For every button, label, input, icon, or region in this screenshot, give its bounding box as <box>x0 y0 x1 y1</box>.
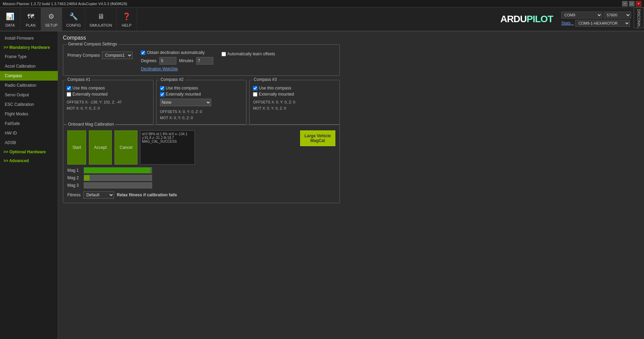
cal-log: id:0 98% id:1 8% id:0 x:-134.1 y:91.8 z:… <box>140 130 195 165</box>
accept-button[interactable]: Accept <box>89 130 112 165</box>
auto-learn-label: Automatically learn offsets <box>227 52 275 56</box>
sidebar-mandatory-header: >> Mandatory Hardware <box>0 43 58 52</box>
compass1-external-checkbox[interactable] <box>67 92 71 97</box>
com-port-select[interactable]: COM9 <box>561 12 602 18</box>
logo-pilot: PILOT <box>527 14 553 24</box>
connection-select[interactable]: COM9-1-HEXAROTOR <box>575 20 630 27</box>
toolbar-plan[interactable]: 🗺 PLAN <box>21 8 41 31</box>
mag1-label: Mag 1 <box>67 168 81 173</box>
start-button[interactable]: Start <box>67 130 86 165</box>
toolbar-help[interactable]: ❓ HELP <box>117 8 137 31</box>
mag3-label: Mag 3 <box>67 183 81 188</box>
general-compass-group: General Compass Settings Primary Compass… <box>63 44 340 76</box>
setup-icon: ⚙ <box>46 11 57 22</box>
mag1-bar-container <box>84 167 152 173</box>
sidebar-item-adsb[interactable]: ADSB <box>0 138 58 147</box>
auto-learn-checkbox[interactable] <box>222 52 226 56</box>
large-vehicle-magcal-button[interactable]: Large Vehicle MagCal <box>300 130 335 146</box>
toolbar: 📊 DATA 🗺 PLAN ⚙ SETUP 🔧 CONFIG 🖥 SIMULAT… <box>0 8 644 31</box>
compass3-use-checkbox[interactable] <box>253 86 257 90</box>
content-area: Compass General Compass Settings Primary… <box>58 31 644 339</box>
mag-cal-title: Onboard Mag Calibration <box>67 122 115 127</box>
data-label: DATA <box>5 23 15 27</box>
mag3-bar-container <box>84 182 152 188</box>
sidebar-item-flight-modes[interactable]: Flight Modes <box>0 109 58 119</box>
mag-cal-group: Onboard Mag Calibration Start Accept Can… <box>63 125 340 203</box>
compass1-panel: Compass #1 Use this compass Externally m… <box>63 80 153 125</box>
config-label: CONFIG <box>66 23 81 27</box>
primary-compass-select[interactable]: Compass1 <box>102 52 133 59</box>
sidebar-item-failsafe[interactable]: FailSafe <box>0 119 58 128</box>
config-icon: 🔧 <box>68 11 79 22</box>
stats-link[interactable]: Stats... <box>561 21 574 26</box>
compass3-offsets: OFFSETS X: 0, Y: 0, Z: 0 MOT X: 0, Y: 0,… <box>253 99 336 111</box>
declination-website-link[interactable]: Declination WebSite <box>141 67 213 71</box>
compass2-title: Compass #2 <box>159 77 185 82</box>
obtain-declination-checkbox-label[interactable]: Obtain declination automatically <box>141 50 213 55</box>
relax-text: Relax fitness if calibration fails <box>117 193 177 197</box>
compass3-external-label: Externally mounted <box>259 92 294 97</box>
fitness-select[interactable]: Default <box>83 191 114 199</box>
compass2-use-checkbox[interactable] <box>160 86 164 90</box>
cal-buttons-row: Start Accept Cancel id:0 98% id:1 8% id:… <box>67 130 282 165</box>
sidebar-install-firmware[interactable]: Install Firmware <box>0 33 58 43</box>
compass2-external-checkbox-label[interactable]: Externally mounted <box>160 92 243 97</box>
mag3-bar-row: Mag 3 <box>67 182 282 188</box>
compass3-external-checkbox-label[interactable]: Externally mounted <box>253 92 336 97</box>
primary-compass-label: Primary Compass <box>67 53 100 58</box>
plan-label: PLAN <box>26 23 36 27</box>
compass2-use-label: Use this compass <box>166 86 198 90</box>
toolbar-config[interactable]: 🔧 CONFIG <box>62 8 85 31</box>
plan-icon: 🗺 <box>25 11 36 22</box>
mag1-bar-row: Mag 1 <box>67 167 282 173</box>
compass1-external-label: Externally mounted <box>72 92 108 97</box>
compass2-offsets: OFFSETS X: 0, Y: 0, Z: 0 MOT X: 0, Y: 0,… <box>160 109 243 121</box>
compass1-use-checkbox-label[interactable]: Use this compass <box>67 86 150 90</box>
disconnect-button[interactable]: DISCONN... <box>634 8 644 28</box>
mag2-bar-fill <box>84 175 90 181</box>
compass2-type-select[interactable]: None <box>160 99 211 106</box>
large-vehicle-label: Large Vehicle MagCal <box>305 133 331 143</box>
sidebar-item-compass[interactable]: Compass <box>0 71 58 81</box>
compass2-use-checkbox-label[interactable]: Use this compass <box>160 86 243 90</box>
compass2-external-checkbox[interactable] <box>160 92 164 97</box>
title-bar-controls: ─ □ ✕ <box>622 1 641 6</box>
compass3-external-checkbox[interactable] <box>253 92 257 97</box>
maximize-button[interactable]: □ <box>629 1 634 6</box>
help-icon: ❓ <box>121 11 132 22</box>
sidebar-item-radio-calibration[interactable]: Radio Calibration <box>0 81 58 90</box>
compass1-title: Compass #1 <box>66 77 92 82</box>
mag2-bar-container <box>84 175 152 181</box>
compass3-title: Compass #3 <box>252 77 278 82</box>
baud-rate-select[interactable]: 57600 <box>604 12 631 18</box>
auto-learn-checkbox-label[interactable]: Automatically learn offsets <box>222 52 275 56</box>
cancel-button[interactable]: Cancel <box>115 130 137 165</box>
sidebar-item-frame-type[interactable]: Frame Type <box>0 52 58 61</box>
toolbar-simulation[interactable]: 🖥 SIMULATION <box>85 8 116 31</box>
sidebar-item-hw-id[interactable]: HW ID <box>0 128 58 138</box>
compass-panels-row: Compass #1 Use this compass Externally m… <box>63 80 340 125</box>
main-area: Install Firmware >> Mandatory Hardware F… <box>0 31 644 339</box>
minimize-button[interactable]: ─ <box>622 1 628 6</box>
compass3-panel: Compass #3 Use this compass Externally m… <box>249 80 340 125</box>
obtain-declination-checkbox[interactable] <box>141 51 145 55</box>
simulation-icon: 🖥 <box>95 11 106 22</box>
compass1-external-checkbox-label[interactable]: Externally mounted <box>67 92 150 97</box>
sidebar-item-esc-calibration[interactable]: ESC Calibration <box>0 100 58 109</box>
compass3-use-checkbox-label[interactable]: Use this compass <box>253 86 336 90</box>
data-icon: 📊 <box>5 11 16 22</box>
sidebar-item-servo-output[interactable]: Servo Output <box>0 90 58 100</box>
toolbar-data[interactable]: 📊 DATA <box>0 8 21 31</box>
logo-text: ARDUPILOT <box>500 14 553 25</box>
degrees-input[interactable] <box>159 57 176 65</box>
compass2-panel: Compass #2 Use this compass Externally m… <box>156 80 247 125</box>
compass1-use-checkbox[interactable] <box>67 86 71 90</box>
compass1-offsets: OFFSETS X: -138, Y: 102, Z: -47 MOT X: 0… <box>67 99 150 111</box>
minutes-input[interactable] <box>196 57 213 65</box>
mag1-bar-fill <box>84 168 150 173</box>
compass3-use-label: Use this compass <box>259 86 291 90</box>
mag2-bar-row: Mag 2 <box>67 175 282 181</box>
sidebar-item-accel-calibration[interactable]: Accel Calibration <box>0 61 58 71</box>
close-button[interactable]: ✕ <box>636 1 641 6</box>
toolbar-setup[interactable]: ⚙ SETUP <box>41 8 62 31</box>
